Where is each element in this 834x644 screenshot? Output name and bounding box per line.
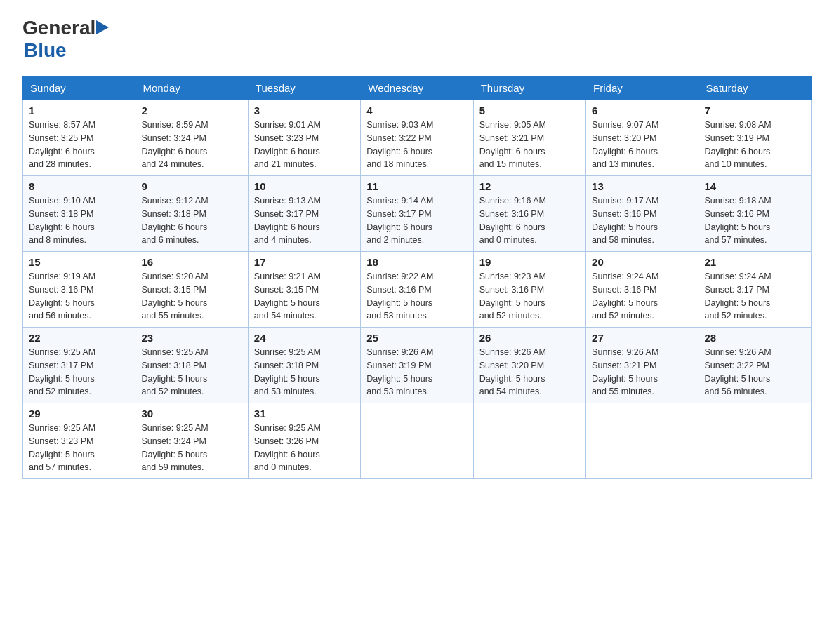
calendar-day-cell: 12Sunrise: 9:16 AMSunset: 3:16 PMDayligh… <box>473 176 585 252</box>
day-number: 19 <box>479 256 580 268</box>
day-number: 7 <box>705 105 805 116</box>
day-number: 28 <box>705 332 805 344</box>
empty-cell <box>586 403 699 479</box>
day-info: Sunrise: 9:22 AMSunset: 3:16 PMDaylight:… <box>366 270 467 323</box>
calendar-day-cell: 23Sunrise: 9:25 AMSunset: 3:18 PMDayligh… <box>135 328 248 403</box>
calendar-day-cell: 2Sunrise: 8:59 AMSunset: 3:24 PMDaylight… <box>135 100 248 176</box>
calendar-day-cell: 24Sunrise: 9:25 AMSunset: 3:18 PMDayligh… <box>248 328 360 403</box>
calendar-week-row: 15Sunrise: 9:19 AMSunset: 3:16 PMDayligh… <box>23 252 812 328</box>
day-info: Sunrise: 9:25 AMSunset: 3:23 PMDaylight:… <box>29 422 129 474</box>
day-info: Sunrise: 9:25 AMSunset: 3:18 PMDaylight:… <box>141 346 241 398</box>
day-number: 8 <box>29 180 129 192</box>
calendar-day-cell: 11Sunrise: 9:14 AMSunset: 3:17 PMDayligh… <box>361 176 473 252</box>
calendar-day-cell: 25Sunrise: 9:26 AMSunset: 3:19 PMDayligh… <box>361 328 473 403</box>
calendar-day-cell: 16Sunrise: 9:20 AMSunset: 3:15 PMDayligh… <box>135 252 248 328</box>
day-number: 30 <box>141 408 241 420</box>
calendar-day-cell: 6Sunrise: 9:07 AMSunset: 3:20 PMDaylight… <box>586 100 699 176</box>
day-number: 18 <box>366 256 467 268</box>
calendar-week-row: 1Sunrise: 8:57 AMSunset: 3:25 PMDaylight… <box>23 100 812 176</box>
day-info: Sunrise: 9:25 AMSunset: 3:24 PMDaylight:… <box>141 422 241 474</box>
day-info: Sunrise: 9:01 AMSunset: 3:23 PMDaylight:… <box>254 119 355 171</box>
weekday-header-monday: Monday <box>135 76 248 100</box>
calendar-day-cell: 18Sunrise: 9:22 AMSunset: 3:16 PMDayligh… <box>361 252 473 328</box>
calendar-table: SundayMondayTuesdayWednesdayThursdayFrid… <box>22 76 812 479</box>
day-number: 12 <box>479 180 580 192</box>
calendar-day-cell: 9Sunrise: 9:12 AMSunset: 3:18 PMDaylight… <box>135 176 248 252</box>
day-number: 25 <box>366 332 467 344</box>
empty-cell <box>361 403 473 479</box>
empty-cell <box>473 403 585 479</box>
calendar-day-cell: 10Sunrise: 9:13 AMSunset: 3:17 PMDayligh… <box>248 176 360 252</box>
calendar-day-cell: 1Sunrise: 8:57 AMSunset: 3:25 PMDaylight… <box>23 100 135 176</box>
day-number: 17 <box>254 256 355 268</box>
weekday-header-saturday: Saturday <box>699 76 811 100</box>
weekday-header-wednesday: Wednesday <box>361 76 473 100</box>
calendar-day-cell: 14Sunrise: 9:18 AMSunset: 3:16 PMDayligh… <box>699 176 811 252</box>
day-number: 14 <box>705 180 805 192</box>
day-number: 24 <box>254 332 355 344</box>
day-info: Sunrise: 9:26 AMSunset: 3:21 PMDaylight:… <box>592 346 692 398</box>
calendar-day-cell: 8Sunrise: 9:10 AMSunset: 3:18 PMDaylight… <box>23 176 135 252</box>
day-number: 11 <box>366 180 467 192</box>
calendar-day-cell: 20Sunrise: 9:24 AMSunset: 3:16 PMDayligh… <box>586 252 699 328</box>
day-number: 31 <box>254 408 355 420</box>
day-info: Sunrise: 9:17 AMSunset: 3:16 PMDaylight:… <box>592 194 692 247</box>
day-number: 9 <box>141 180 241 192</box>
logo-general-text: General <box>22 17 95 39</box>
calendar-week-row: 8Sunrise: 9:10 AMSunset: 3:18 PMDaylight… <box>23 176 812 252</box>
day-info: Sunrise: 9:21 AMSunset: 3:15 PMDaylight:… <box>254 270 355 323</box>
day-info: Sunrise: 9:13 AMSunset: 3:17 PMDaylight:… <box>254 194 355 247</box>
day-info: Sunrise: 9:05 AMSunset: 3:21 PMDaylight:… <box>479 119 580 171</box>
day-info: Sunrise: 9:26 AMSunset: 3:20 PMDaylight:… <box>479 346 580 398</box>
day-info: Sunrise: 9:25 AMSunset: 3:18 PMDaylight:… <box>254 346 355 398</box>
calendar-week-row: 29Sunrise: 9:25 AMSunset: 3:23 PMDayligh… <box>23 403 812 479</box>
day-info: Sunrise: 9:26 AMSunset: 3:22 PMDaylight:… <box>705 346 805 398</box>
day-number: 20 <box>592 256 692 268</box>
day-info: Sunrise: 9:18 AMSunset: 3:16 PMDaylight:… <box>705 194 805 247</box>
page-header: General Blue <box>22 17 812 62</box>
day-number: 22 <box>29 332 129 344</box>
calendar-body: 1Sunrise: 8:57 AMSunset: 3:25 PMDaylight… <box>23 100 812 479</box>
calendar-day-cell: 30Sunrise: 9:25 AMSunset: 3:24 PMDayligh… <box>135 403 248 479</box>
day-number: 10 <box>254 180 355 192</box>
day-number: 16 <box>141 256 241 268</box>
day-info: Sunrise: 9:24 AMSunset: 3:16 PMDaylight:… <box>592 270 692 323</box>
calendar-day-cell: 4Sunrise: 9:03 AMSunset: 3:22 PMDaylight… <box>361 100 473 176</box>
day-info: Sunrise: 9:19 AMSunset: 3:16 PMDaylight:… <box>29 270 129 323</box>
calendar-day-cell: 7Sunrise: 9:08 AMSunset: 3:19 PMDaylight… <box>699 100 811 176</box>
calendar-week-row: 22Sunrise: 9:25 AMSunset: 3:17 PMDayligh… <box>23 328 812 403</box>
calendar-day-cell: 29Sunrise: 9:25 AMSunset: 3:23 PMDayligh… <box>23 403 135 479</box>
calendar-day-cell: 17Sunrise: 9:21 AMSunset: 3:15 PMDayligh… <box>248 252 360 328</box>
day-info: Sunrise: 9:23 AMSunset: 3:16 PMDaylight:… <box>479 270 580 323</box>
weekday-header-sunday: Sunday <box>23 76 135 100</box>
day-number: 5 <box>479 105 580 116</box>
day-info: Sunrise: 8:57 AMSunset: 3:25 PMDaylight:… <box>29 119 129 171</box>
day-number: 21 <box>705 256 805 268</box>
day-info: Sunrise: 9:12 AMSunset: 3:18 PMDaylight:… <box>141 194 241 247</box>
day-number: 29 <box>29 408 129 420</box>
day-info: Sunrise: 9:08 AMSunset: 3:19 PMDaylight:… <box>705 119 805 171</box>
weekday-header-thursday: Thursday <box>473 76 585 100</box>
day-number: 4 <box>366 105 467 116</box>
calendar-day-cell: 13Sunrise: 9:17 AMSunset: 3:16 PMDayligh… <box>586 176 699 252</box>
day-number: 3 <box>254 105 355 116</box>
day-number: 27 <box>592 332 692 344</box>
calendar-day-cell: 15Sunrise: 9:19 AMSunset: 3:16 PMDayligh… <box>23 252 135 328</box>
weekday-header-friday: Friday <box>586 76 699 100</box>
day-number: 2 <box>141 105 241 116</box>
weekday-header-tuesday: Tuesday <box>248 76 360 100</box>
day-info: Sunrise: 9:20 AMSunset: 3:15 PMDaylight:… <box>141 270 241 323</box>
empty-cell <box>699 403 811 479</box>
day-info: Sunrise: 9:25 AMSunset: 3:17 PMDaylight:… <box>29 346 129 398</box>
calendar-day-cell: 21Sunrise: 9:24 AMSunset: 3:17 PMDayligh… <box>699 252 811 328</box>
calendar-day-cell: 26Sunrise: 9:26 AMSunset: 3:20 PMDayligh… <box>473 328 585 403</box>
weekday-header-row: SundayMondayTuesdayWednesdayThursdayFrid… <box>23 76 812 100</box>
calendar-day-cell: 3Sunrise: 9:01 AMSunset: 3:23 PMDaylight… <box>248 100 360 176</box>
day-info: Sunrise: 8:59 AMSunset: 3:24 PMDaylight:… <box>141 119 241 171</box>
day-number: 13 <box>592 180 692 192</box>
calendar-day-cell: 5Sunrise: 9:05 AMSunset: 3:21 PMDaylight… <box>473 100 585 176</box>
calendar-day-cell: 28Sunrise: 9:26 AMSunset: 3:22 PMDayligh… <box>699 328 811 403</box>
svg-marker-0 <box>96 20 109 34</box>
day-number: 15 <box>29 256 129 268</box>
logo-blue-text: Blue <box>24 39 67 61</box>
